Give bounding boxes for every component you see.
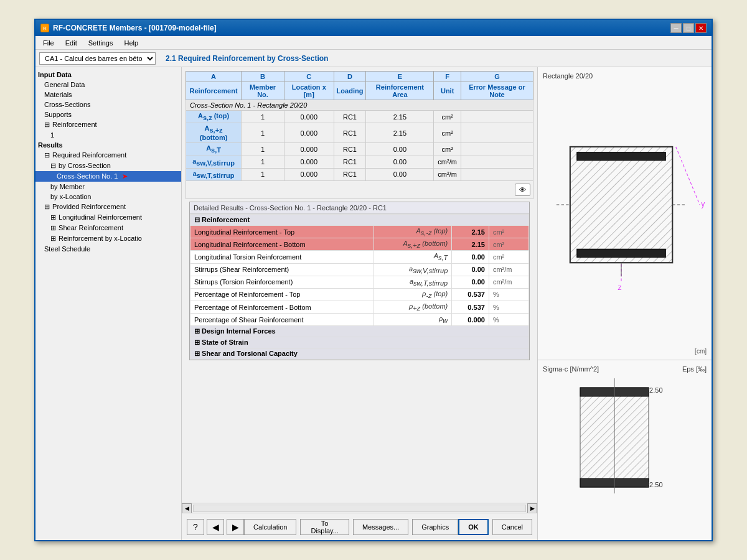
- cell-g-3: [461, 156, 533, 168]
- stress-svg: 22.50 22.50: [543, 375, 692, 525]
- messages-button[interactable]: Messages...: [353, 519, 408, 535]
- cell-c-2: 0.000: [284, 143, 334, 156]
- sidebar-item-reinf-1[interactable]: 1: [35, 130, 181, 140]
- detail-value-2: 0.00: [452, 251, 489, 263]
- menu-edit[interactable]: Edit: [60, 38, 82, 48]
- main-window: R RF-CONCRETE Members - [001709-model-fi…: [34, 19, 713, 541]
- detail-desc-0: Longitudinal Reinforcement - Top: [190, 225, 374, 238]
- bottom-right-buttons: OK Cancel: [458, 519, 532, 535]
- minimize-button[interactable]: ─: [670, 23, 682, 33]
- detail-symbol-1: As,+z (bottom): [374, 238, 452, 251]
- calculation-button[interactable]: Calculation: [244, 519, 296, 535]
- sidebar-item-provided-reinf[interactable]: ⊞ Provided Reinforcement: [35, 202, 181, 212]
- col-e-subheader: Reinforcement Area: [366, 82, 434, 100]
- expand-icon: ⊟: [194, 216, 200, 223]
- table-row: asw,V,stirrup 1 0.000 RC1 0.00 cm²/m: [186, 156, 533, 168]
- cell-b-3: 1: [242, 156, 284, 168]
- to-display-button[interactable]: To Display...: [300, 519, 349, 535]
- cell-b-4: 1: [242, 168, 284, 180]
- detail-unit-4: cm²/m: [489, 276, 529, 288]
- detail-group-design[interactable]: ⊞ Design Internal Forces: [190, 326, 529, 337]
- sidebar-item-cross-section-no1[interactable]: Cross-Section No. 1 ➤: [35, 171, 181, 182]
- right-visual-panel: Rectangle 20/20 y: [537, 67, 712, 540]
- eps-label: Eps [‰]: [682, 365, 707, 373]
- sidebar-item-reinf-by-x[interactable]: ⊞ Reinforcement by x-Locatio: [35, 233, 181, 244]
- menu-help[interactable]: Help: [119, 38, 143, 48]
- sidebar-item-cross-sections[interactable]: Cross-Sections: [35, 100, 181, 110]
- svg-text:z: z: [618, 283, 622, 292]
- detail-desc-6: Percentage of Reinforcement - Bottom: [190, 301, 374, 314]
- sidebar-item-longitudinal-reinf[interactable]: ⊞ Longitudinal Reinforcement: [35, 212, 181, 223]
- sidebar-item-shear-reinf[interactable]: ⊞ Shear Reinforcement: [35, 223, 181, 233]
- detail-group-strain[interactable]: ⊞ State of Strain: [190, 337, 529, 348]
- svg-text:y: y: [701, 200, 705, 208]
- table-row: As,+z (bottom) 1 0.000 RC1 2.15 cm²: [186, 123, 533, 143]
- cell-a-1: As,+z (bottom): [186, 123, 242, 143]
- detail-symbol-2: As,T: [374, 251, 452, 263]
- col-g-subheader: Error Message or Note: [461, 82, 533, 100]
- sidebar-item-materials[interactable]: Materials: [35, 90, 181, 100]
- cell-f-0: cm²: [434, 111, 461, 123]
- sidebar-item-reinforcement[interactable]: ⊞ Reinforcement: [35, 119, 181, 130]
- case-dropdown[interactable]: CA1 - Calcul des barres en béto: [39, 52, 156, 65]
- sidebar-item-general-data[interactable]: General Data: [35, 80, 181, 90]
- maximize-button[interactable]: □: [683, 23, 694, 33]
- detail-symbol-4: asw,T,stirrup: [374, 276, 452, 288]
- detail-value-1: 2.15: [452, 238, 489, 251]
- back-button[interactable]: ◀: [207, 519, 224, 535]
- scroll-track[interactable]: [193, 505, 526, 512]
- sidebar-item-input-data[interactable]: Input Data: [35, 70, 181, 80]
- cell-f-2: cm²: [434, 143, 461, 156]
- toolbar: CA1 - Calcul des barres en béto 2.1 Requ…: [35, 50, 712, 67]
- ok-button[interactable]: OK: [458, 519, 489, 535]
- sidebar-item-required-reinf[interactable]: ⊟ Required Reinforcement: [35, 150, 181, 161]
- sigma-label: Sigma-c [N/mm^2]: [543, 365, 599, 373]
- detail-group-reinforcement[interactable]: ⊟ Reinforcement: [190, 214, 529, 225]
- results-table: A B C D E F G Reinforcement Member No. L…: [186, 71, 533, 199]
- detail-value-4: 0.00: [452, 276, 489, 288]
- detailed-header: Detailed Results - Cross-Section No. 1 -…: [190, 202, 529, 214]
- help-button[interactable]: ?: [187, 519, 204, 535]
- sidebar-item-results[interactable]: Results: [35, 140, 181, 150]
- detail-desc-3: Stirrups (Shear Reinforcement): [190, 263, 374, 276]
- detail-symbol-3: asw,V,stirrup: [374, 263, 452, 276]
- menu-bar: File Edit Settings Help: [35, 36, 712, 50]
- detail-value-6: 0.537: [452, 301, 489, 314]
- cell-e-2: 0.00: [366, 143, 434, 156]
- menu-file[interactable]: File: [38, 38, 59, 48]
- eye-button[interactable]: 👁: [515, 184, 530, 196]
- cell-c-0: 0.000: [284, 111, 334, 123]
- cross-section-title: Rectangle 20/20: [543, 72, 707, 80]
- cell-e-3: 0.00: [366, 156, 434, 168]
- sidebar-item-supports[interactable]: Supports: [35, 110, 181, 119]
- scroll-right-btn[interactable]: ▶: [527, 503, 537, 513]
- cell-e-0: 2.15: [366, 111, 434, 123]
- data-panel: A B C D E F G Reinforcement Member No. L…: [182, 67, 537, 503]
- graphics-button[interactable]: Graphics: [412, 519, 458, 535]
- detail-desc-5: Percentage of Reinforcement - Top: [190, 288, 374, 301]
- sidebar-item-steel-schedule[interactable]: Steel Schedule: [35, 244, 181, 254]
- sidebar-item-by-member[interactable]: by Member: [35, 182, 181, 192]
- col-a-header: A: [186, 72, 242, 82]
- detail-group-shear[interactable]: ⊞ Shear and Torsional Capacity: [190, 348, 529, 360]
- col-b-header: B: [242, 72, 284, 82]
- cancel-button[interactable]: Cancel: [492, 519, 532, 535]
- cell-b-0: 1: [242, 111, 284, 123]
- main-content: Input Data General Data Materials Cross-…: [35, 67, 712, 540]
- sidebar-item-by-x-location[interactable]: by x-Location: [35, 192, 181, 202]
- app-icon: R: [40, 24, 49, 32]
- detailed-panel: Detailed Results - Cross-Section No. 1 -…: [189, 202, 530, 361]
- cell-d-4: RC1: [334, 168, 366, 180]
- cell-a-0: As,z (top): [186, 111, 242, 123]
- sidebar-item-by-cross-section[interactable]: ⊟ by Cross-Section: [35, 161, 181, 171]
- expand-icon-strain: ⊞: [194, 338, 200, 346]
- window-title: RF-CONCRETE Members - [001709-model-file…: [53, 24, 217, 32]
- detail-unit-1: cm²: [489, 238, 529, 251]
- scroll-left-btn[interactable]: ◀: [182, 503, 192, 513]
- table-row: asw,T,stirrup 1 0.000 RC1 0.00 cm²/m: [186, 168, 533, 180]
- bottom-center-buttons: Calculation To Display... Messages... Gr…: [244, 519, 458, 535]
- forward-button[interactable]: ▶: [227, 519, 244, 535]
- menu-settings[interactable]: Settings: [83, 38, 118, 48]
- close-button[interactable]: ✕: [695, 23, 707, 33]
- detail-row-2: Longitudinal Torsion Reinforcement As,T …: [190, 251, 529, 263]
